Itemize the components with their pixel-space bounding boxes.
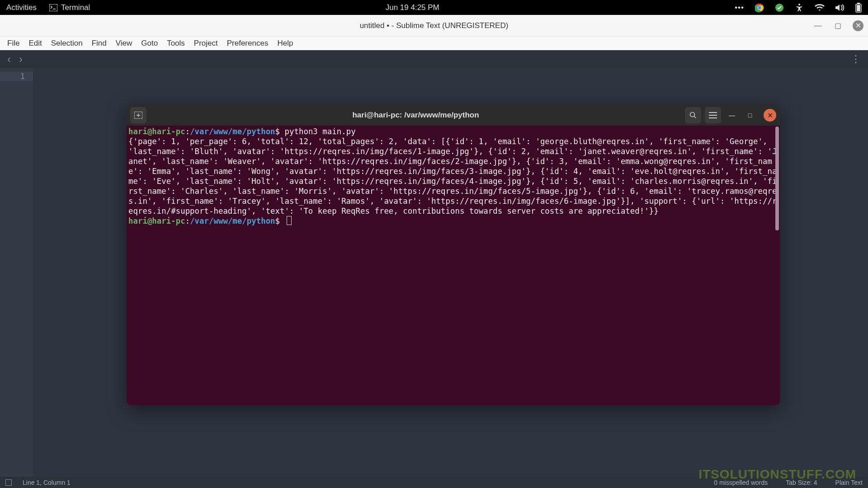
prompt-path: /var/www/me/python <box>190 127 275 136</box>
terminal-titlebar[interactable]: hari@hari-pc: /var/www/me/python — □ ✕ <box>127 105 780 126</box>
svg-rect-9 <box>857 5 860 11</box>
terminal-close-button[interactable]: ✕ <box>764 109 776 122</box>
hamburger-button[interactable] <box>705 107 721 123</box>
volume-icon[interactable] <box>835 4 844 12</box>
menu-file[interactable]: File <box>3 39 24 48</box>
menu-preferences[interactable]: Preferences <box>222 39 273 48</box>
terminal-body[interactable]: hari@hari-pc:/var/www/me/python$ python3… <box>127 126 780 405</box>
syntax-mode[interactable]: Plain Text <box>835 479 863 486</box>
spell-status[interactable]: 0 misspelled words <box>714 479 768 486</box>
svg-point-11 <box>690 113 695 117</box>
menu-view[interactable]: View <box>111 39 137 48</box>
close-button[interactable]: ✕ <box>853 20 863 31</box>
tab-size[interactable]: Tab Size: 4 <box>786 479 817 486</box>
terminal-window: hari@hari-pc: /var/www/me/python — □ ✕ h… <box>127 105 780 405</box>
terminal-maximize-button[interactable]: □ <box>743 112 757 119</box>
terminal-title: hari@hari-pc: /var/www/me/python <box>146 111 685 120</box>
minimize-button[interactable]: — <box>813 21 823 31</box>
maximize-button[interactable]: ▢ <box>833 21 843 31</box>
clock[interactable]: Jun 19 4:25 PM <box>90 3 735 12</box>
cursor-position[interactable]: Line 1, Column 1 <box>23 479 71 486</box>
sublime-tabbar: ‹ › ⋮ <box>0 50 868 68</box>
svg-point-6 <box>798 4 800 5</box>
svg-rect-8 <box>857 3 860 4</box>
sublime-title-text: untitled • - Sublime Text (UNREGISTERED) <box>360 21 509 30</box>
gnome-top-bar: Activities Terminal Jun 19 4:25 PM ••• <box>0 0 868 15</box>
menu-project[interactable]: Project <box>189 39 222 48</box>
menu-selection[interactable]: Selection <box>47 39 87 48</box>
menu-tools[interactable]: Tools <box>162 39 189 48</box>
activities-button[interactable]: Activities <box>6 3 37 12</box>
command-text: python3 main.py <box>285 127 356 136</box>
prompt-user: hari@hari-pc <box>128 127 185 136</box>
panel-toggle-icon[interactable] <box>5 479 12 486</box>
terminal-icon <box>49 4 57 11</box>
sublime-statusbar: Line 1, Column 1 0 misspelled words Tab … <box>0 477 868 488</box>
overflow-icon[interactable]: ••• <box>735 3 744 12</box>
prompt-user: hari@hari-pc <box>128 216 185 225</box>
menu-find[interactable]: Find <box>87 39 111 48</box>
menu-help[interactable]: Help <box>273 39 297 48</box>
status-ok-icon[interactable] <box>775 3 784 12</box>
line-number: 1 <box>0 72 33 81</box>
sublime-titlebar[interactable]: untitled • - Sublime Text (UNREGISTERED)… <box>0 15 868 36</box>
cursor <box>287 216 292 225</box>
menu-edit[interactable]: Edit <box>24 39 46 48</box>
line-gutter: 1 <box>0 68 33 477</box>
menu-goto[interactable]: Goto <box>137 39 162 48</box>
sublime-menubar: File Edit Selection Find View Goto Tools… <box>0 36 868 50</box>
accessibility-icon[interactable] <box>795 3 804 12</box>
battery-icon[interactable] <box>855 3 862 13</box>
svg-rect-0 <box>49 4 57 11</box>
app-indicator[interactable]: Terminal <box>49 3 90 12</box>
prompt-path: /var/www/me/python <box>190 216 275 225</box>
terminal-minimize-button[interactable]: — <box>725 112 739 119</box>
svg-point-4 <box>758 6 761 9</box>
command-output: {'page': 1, 'per_page': 6, 'total': 12, … <box>128 137 777 216</box>
terminal-scrollbar[interactable] <box>775 127 779 230</box>
wifi-icon[interactable] <box>815 4 825 12</box>
new-tab-button[interactable] <box>130 107 146 123</box>
nav-back-icon[interactable]: ‹ <box>7 53 11 66</box>
chrome-icon[interactable] <box>755 3 764 12</box>
tab-overflow-icon[interactable]: ⋮ <box>851 53 861 65</box>
search-button[interactable] <box>685 107 701 123</box>
app-name: Terminal <box>61 3 90 12</box>
nav-forward-icon[interactable]: › <box>19 53 23 66</box>
